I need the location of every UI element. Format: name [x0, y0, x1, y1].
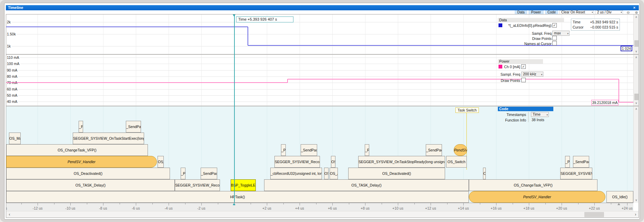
timestamps-dropdown[interactable]: Time ▾: [531, 112, 549, 117]
code-box[interactable]: PendSV: [454, 144, 467, 156]
scroll-right-icon[interactable]: ›: [633, 212, 638, 217]
code-box[interactable]: OS_: [158, 156, 164, 168]
code-box[interactable]: OS_Deactivated(): [348, 168, 445, 179]
gridline-y: [6, 70, 633, 71]
code-box[interactable]: HPTask(): [6, 191, 469, 203]
gridline-x: [267, 55, 267, 106]
axis-tick: [611, 203, 611, 204]
scrollbar-thumb[interactable]: [634, 40, 638, 47]
code-box[interactable]: OS_Idle(): [606, 191, 633, 203]
code-box-label: OS: [331, 160, 335, 164]
code-pane-scrollbar[interactable]: ∧ ∨: [633, 106, 639, 203]
code-box[interactable]: OS_Ma: [9, 133, 21, 144]
code-box-label: OS_Switch: [447, 160, 465, 164]
code-box[interactable]: OS: [324, 168, 329, 179]
code-box-label: OS_TASK_Delay(): [76, 183, 105, 187]
chevron-down-icon: ▾: [592, 11, 593, 14]
close-icon[interactable]: ×: [632, 5, 637, 10]
gridline-x: [201, 55, 202, 106]
scrollbar-thumb[interactable]: [584, 212, 604, 217]
axis-tick: [414, 203, 415, 204]
names-at-cursor-checkbox[interactable]: [552, 41, 557, 45]
code-box-label: _SendPack: [573, 160, 589, 164]
code-box[interactable]: _cbRecordU32(unsigned int, long: [270, 168, 322, 179]
gridline-y: [6, 57, 633, 58]
power-sampl-freq-dropdown[interactable]: 200 kHz ▾: [521, 72, 543, 77]
axis-tick-label: +24 us: [617, 206, 633, 210]
power-pane-scrollbar[interactable]: ∧ ∨: [633, 55, 639, 106]
channel-label: Ch 0 [mA]: [504, 65, 520, 69]
code-box[interactable]: _Pr: [181, 168, 185, 179]
code-box[interactable]: _SendPack: [201, 168, 217, 179]
power-series-line: [6, 82, 288, 83]
scroll-up-icon[interactable]: ∧: [634, 55, 639, 60]
data-signal-row: *(_aLEDInfo[0].pReadReg): [498, 23, 552, 28]
axis-tick-label: +4 us: [289, 206, 310, 210]
axis-tick-label: +16 us: [486, 206, 506, 210]
axis-tick-label: us: [6, 206, 16, 210]
code-box[interactable]: _Pr: [565, 156, 570, 168]
code-box[interactable]: _SendPack: [573, 156, 589, 168]
code-box[interactable]: _SendPack: [301, 144, 317, 156]
power-overlay-header: Power: [498, 59, 543, 64]
code-box[interactable]: SEGGER_SYSVIEW_OnTaskStartExec(long uns: [73, 133, 144, 144]
title-bar[interactable]: Timeline ×: [6, 5, 639, 10]
code-box[interactable]: _Pr: [281, 144, 286, 156]
scrollbar-thumb[interactable]: [634, 94, 638, 100]
scroll-up-icon[interactable]: ∧: [634, 107, 639, 111]
axis-tick: [54, 203, 54, 204]
code-box[interactable]: OS_Deactivated(): [6, 168, 170, 179]
scroll-down-icon[interactable]: ∨: [634, 101, 639, 105]
gridline-x: [169, 55, 169, 106]
code-box[interactable]: _SendPack: [426, 144, 442, 156]
channel-visible-checkbox[interactable]: ✓: [521, 64, 526, 69]
axis-tick-label: +14 us: [453, 206, 474, 210]
signal-visible-checkbox[interactable]: ✓: [552, 23, 557, 28]
code-box[interactable]: _Pr: [365, 144, 369, 156]
data-pane-scrollbar[interactable]: ∧ ∨: [633, 14, 639, 54]
power-draw-points-checkbox[interactable]: [521, 78, 526, 82]
code-box[interactable]: OS_A: [330, 168, 338, 179]
code-box[interactable]: OS_ChangeTask_VFP(): [469, 179, 597, 191]
code-box[interactable]: SEGGER_SYSVIEW_OnTaskStopReady(long unsi…: [358, 156, 445, 168]
overlay-separator: [528, 112, 529, 122]
y-axis-label: 40 mA: [7, 99, 18, 104]
code-box[interactable]: _SendPac: [126, 121, 141, 133]
code-box[interactable]: _Pr: [79, 121, 83, 133]
data-overlay-header: Data: [498, 18, 564, 22]
code-box[interactable]: OS_TASK_Delay(): [6, 179, 175, 191]
code-box-label: SEGGER_SYSVIEW_C: [561, 171, 592, 176]
code-box-label: OS: [324, 171, 328, 176]
gridline-x: [136, 55, 136, 106]
data-sampl-freq-dropdown[interactable]: max ▾: [552, 31, 570, 36]
y-axis-label: 110 mA: [7, 55, 20, 60]
data-value-box: 1 024: [621, 46, 632, 51]
timeline-window: Timeline × Data Power Code Clear On Rese…: [0, 0, 644, 222]
code-box[interactable]: PendSV_Handler: [469, 191, 605, 203]
gridline-x: [332, 55, 333, 106]
code-box[interactable]: SEGGER_SYSVIEW_RecordU3: [274, 156, 320, 168]
time-label: Time: [573, 20, 581, 25]
scroll-down-icon[interactable]: ∨: [634, 198, 639, 202]
scroll-left-icon[interactable]: ‹: [7, 212, 12, 217]
code-box[interactable]: OS_TASK_Delay(): [264, 179, 469, 191]
code-box[interactable]: OS: [331, 156, 335, 168]
axis-tick-label: +6 us: [322, 206, 343, 210]
draw-points-checkbox[interactable]: [552, 36, 557, 40]
gridline-x: [70, 55, 71, 106]
power-series-line: [288, 79, 619, 80]
data-series-line: [248, 27, 248, 45]
code-box-label: _cbRecordU32(unsigned int, long: [271, 171, 322, 176]
axis-tick: [431, 203, 431, 205]
code-box[interactable]: SEGGER_SYSVIEW_RecordEr: [175, 179, 220, 191]
code-box[interactable]: SEGGER_SYSVIEW_C: [560, 168, 592, 179]
scroll-down-icon[interactable]: ∨: [634, 49, 639, 54]
code-box[interactable]: OS_ChangeTask_VFP(): [6, 144, 148, 156]
code-box[interactable]: PendSV_Handler: [6, 156, 157, 168]
time-cursor-line[interactable]: [234, 14, 235, 203]
code-box[interactable]: OS_Switch: [446, 156, 467, 168]
scroll-up-icon[interactable]: ∧: [634, 15, 639, 19]
channel-color-swatch: [499, 65, 502, 68]
horizontal-scrollbar[interactable]: ‹ ›: [6, 211, 639, 218]
code-box[interactable]: O: [483, 168, 486, 179]
